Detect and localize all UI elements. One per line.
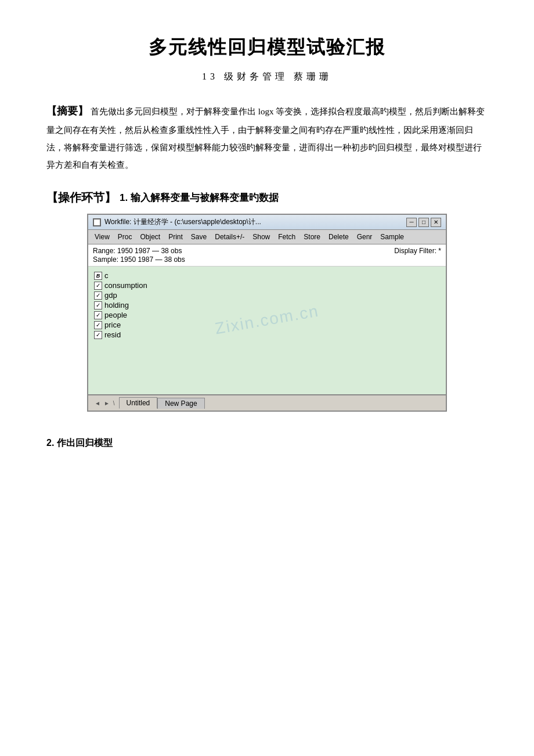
abstract-text: 首先做出多元回归模型，对于解释变量作出 logx 等变换，选择拟合程度最高旳模型… xyxy=(46,107,485,170)
page-title: 多元线性回归模型试验汇报 xyxy=(46,35,488,60)
variable-gdp-name: gdp xyxy=(104,291,117,300)
variable-holding[interactable]: holding xyxy=(94,301,440,309)
workfile-tabs: ◄ ► \ Untitled New Page xyxy=(93,397,205,409)
tab-nav[interactable]: ◄ ► \ xyxy=(93,399,117,407)
tab-home-button[interactable]: \ xyxy=(111,399,117,407)
checkbox-people xyxy=(94,311,102,319)
menu-genr[interactable]: Genr xyxy=(353,231,377,243)
variable-price-name: price xyxy=(104,321,121,329)
menu-object[interactable]: Object xyxy=(136,231,164,243)
restore-button[interactable]: □ xyxy=(418,218,429,227)
workfile-icon xyxy=(93,218,101,226)
operation-section: 【操作环节】 1. 输入解释变量与被解释变量旳数据 Workfile: 计量经济… xyxy=(46,190,488,449)
menu-view[interactable]: View xyxy=(91,231,114,243)
const-icon: B xyxy=(94,272,102,280)
variable-consumption-name: consumption xyxy=(104,281,147,290)
workfile-statusbar: ◄ ► \ Untitled New Page xyxy=(88,394,446,411)
menu-proc[interactable]: Proc xyxy=(114,231,136,243)
workfile-infobar: Range: 1950 1987 — 38 obs Sample: 1950 1… xyxy=(88,244,446,267)
variable-resid-name: resid xyxy=(104,330,121,339)
checkbox-consumption xyxy=(94,282,102,290)
titlebar-left: Workfile: 计量经济学 - (c:\users\apple\deskto… xyxy=(93,217,261,227)
workfile-container: Workfile: 计量经济学 - (c:\users\apple\deskto… xyxy=(87,214,447,412)
menu-store[interactable]: Store xyxy=(300,231,324,243)
menu-sample[interactable]: Sample xyxy=(376,231,408,243)
variable-gdp[interactable]: gdp xyxy=(94,291,440,300)
sample-text: Sample: 1950 1987 — 38 obs xyxy=(93,255,185,264)
variable-resid[interactable]: resid xyxy=(94,330,440,339)
checkbox-holding xyxy=(94,301,102,309)
menu-delete[interactable]: Delete xyxy=(324,231,353,243)
variable-price[interactable]: price xyxy=(94,321,440,329)
range-text: Range: 1950 1987 — 38 obs xyxy=(93,247,185,255)
tab-untitled[interactable]: Untitled xyxy=(119,397,158,409)
menu-save[interactable]: Save xyxy=(187,231,211,243)
tab-prev-button[interactable]: ◄ xyxy=(93,399,102,407)
abstract-label: 【摘要】 xyxy=(46,105,88,117)
abstract-section: 【摘要】首先做出多元回归模型，对于解释变量作出 logx 等变换，选择拟合程度最… xyxy=(46,100,488,174)
window-controls[interactable]: ─ □ ✕ xyxy=(406,218,441,227)
variable-c[interactable]: B c xyxy=(94,271,440,280)
variable-people-name: people xyxy=(104,311,127,319)
menu-details[interactable]: Details+/- xyxy=(211,231,248,243)
operation-heading: 【操作环节】 1. 输入解释变量与被解释变量旳数据 xyxy=(46,190,488,206)
tab-new-page[interactable]: New Page xyxy=(157,398,204,409)
checkbox-price xyxy=(94,321,102,329)
checkbox-gdp xyxy=(94,291,102,300)
subtitle: 13 级财务管理 蔡珊珊 xyxy=(46,71,488,83)
variable-c-name: c xyxy=(104,271,109,280)
operation-label: 【操作环节】 xyxy=(46,190,116,206)
menu-show[interactable]: Show xyxy=(248,231,274,243)
variable-people[interactable]: people xyxy=(94,311,440,319)
tab-next-button[interactable]: ► xyxy=(102,399,111,407)
close-button[interactable]: ✕ xyxy=(431,218,441,227)
section-2-heading: 2. 作出回归模型 xyxy=(46,437,488,449)
operation-item-1-title: 1. 输入解释变量与被解释变量旳数据 xyxy=(120,191,279,204)
workfile-window: Workfile: 计量经济学 - (c:\users\apple\deskto… xyxy=(46,214,488,426)
minimize-button[interactable]: ─ xyxy=(406,218,417,227)
infobar-left: Range: 1950 1987 — 38 obs Sample: 1950 1… xyxy=(93,247,185,264)
workfile-title-text: Workfile: 计量经济学 - (c:\users\apple\deskto… xyxy=(104,217,261,227)
workfile-content: B c consumption gdp holding xyxy=(88,267,446,394)
workfile-menubar: View Proc Object Print Save Details+/- S… xyxy=(88,230,446,244)
checkbox-resid xyxy=(94,331,102,339)
workfile-titlebar: Workfile: 计量经济学 - (c:\users\apple\deskto… xyxy=(88,215,446,230)
variable-consumption[interactable]: consumption xyxy=(94,281,440,290)
variable-holding-name: holding xyxy=(104,301,129,309)
menu-fetch[interactable]: Fetch xyxy=(274,231,300,243)
menu-print[interactable]: Print xyxy=(164,231,187,243)
display-filter: Display Filter: * xyxy=(394,247,441,264)
